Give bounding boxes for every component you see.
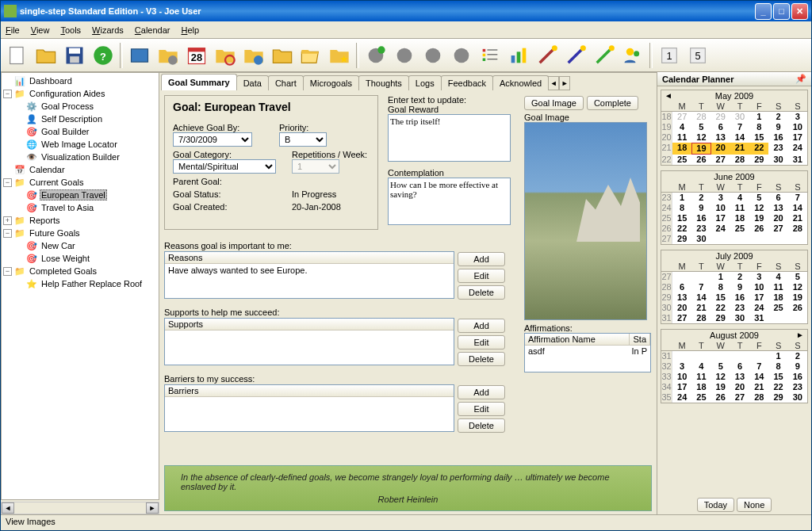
cal-day[interactable]: 13 — [672, 292, 691, 303]
cal-day[interactable]: 11 — [672, 132, 691, 143]
cal-day[interactable]: 12 — [711, 372, 730, 382]
new-button[interactable] — [4, 42, 31, 69]
menu-wizards[interactable]: Wizards — [92, 25, 124, 35]
cal-day[interactable]: 12 — [749, 203, 768, 213]
cal-next-icon[interactable]: ► — [796, 330, 804, 339]
cal-day[interactable]: 16 — [768, 132, 787, 143]
cal-day[interactable]: 27 — [672, 112, 691, 122]
cal-day[interactable]: 19 — [711, 382, 730, 392]
cal-day[interactable]: 17 — [672, 382, 691, 392]
tab-scroll-left[interactable]: ◄ — [548, 76, 559, 90]
none-button[interactable]: None — [737, 498, 772, 512]
category-select[interactable]: Mental/Spiritual — [173, 159, 276, 174]
cal-day[interactable]: 10 — [672, 372, 691, 382]
tab-thoughts[interactable]: Thoughts — [358, 75, 409, 90]
cal-day[interactable]: 4 — [691, 361, 710, 372]
reasons-item[interactable]: Have always wanted to see Europe. — [165, 264, 454, 277]
tab-feedback[interactable]: Feedback — [441, 75, 493, 90]
list-icon[interactable] — [477, 42, 504, 69]
folder-icon[interactable] — [269, 42, 296, 69]
cal-day[interactable]: 18 — [672, 143, 691, 155]
cal-day[interactable]: 30 — [768, 155, 787, 165]
cal-day[interactable]: 19 — [788, 292, 807, 303]
cal-day[interactable]: 28 — [788, 223, 807, 234]
cal-day[interactable]: 6 — [768, 193, 787, 203]
folder-globe-icon[interactable] — [240, 42, 267, 69]
cal-day[interactable]: 17 — [788, 132, 807, 143]
collapse-icon[interactable]: − — [3, 178, 12, 187]
cal-day[interactable] — [672, 351, 691, 361]
cal-day[interactable]: 2 — [730, 272, 749, 282]
calendar-icon[interactable]: 28 — [183, 42, 210, 69]
cal-day[interactable]: 11 — [691, 372, 710, 382]
cal-day[interactable]: 26 — [749, 223, 768, 234]
collapse-icon[interactable]: − — [3, 267, 12, 276]
tree-european-travel[interactable]: 🎯European Travel — [3, 189, 157, 201]
cal-day[interactable]: 29 — [711, 112, 730, 122]
cal-day[interactable]: 2 — [768, 112, 787, 122]
cal-day[interactable]: 17 — [711, 213, 730, 223]
reward-textarea[interactable]: The trip itself! — [388, 114, 511, 162]
gear-c-icon[interactable] — [448, 42, 475, 69]
cal-day[interactable]: 3 — [788, 112, 807, 122]
cal-day[interactable]: 10 — [749, 282, 768, 292]
pin-icon[interactable]: 📌 — [795, 74, 806, 84]
cal-day[interactable]: 18 — [768, 292, 787, 303]
menu-help[interactable]: Help — [181, 25, 199, 35]
cal-day[interactable]: 4 — [768, 272, 787, 282]
goal-image-button[interactable]: Goal Image — [524, 96, 584, 110]
cal-day[interactable]: 3 — [749, 272, 768, 282]
cal-day[interactable]: 9 — [691, 203, 710, 213]
tab-chart[interactable]: Chart — [268, 75, 304, 90]
tree-calendar[interactable]: 📅Calendar — [3, 163, 157, 176]
cal-day[interactable]: 30 — [691, 234, 710, 244]
tree-web-img[interactable]: 🌐Web Image Locator — [3, 138, 157, 151]
cal-prev-icon[interactable]: ◄ — [665, 91, 672, 100]
cal-page-a-icon[interactable]: 1 — [656, 42, 683, 69]
tab-data[interactable]: Data — [236, 75, 269, 90]
help-button[interactable]: ? — [90, 42, 117, 69]
cal-day[interactable]: 19 — [691, 143, 710, 155]
tree-current-goals[interactable]: −📁Current Goals — [3, 176, 157, 189]
cal-day[interactable]: 30 — [788, 392, 807, 403]
cal-day[interactable]: 26 — [711, 392, 730, 403]
reasons-delete-button[interactable]: Delete — [458, 285, 505, 300]
barriers-add-button[interactable]: Add — [458, 385, 505, 399]
cal-day[interactable]: 14 — [749, 372, 768, 382]
cal-day[interactable]: 20 — [768, 213, 787, 223]
cal-day[interactable]: 5 — [691, 122, 710, 132]
cal-day[interactable]: 1 — [672, 193, 691, 203]
tree-viz-builder[interactable]: 👁️Visualization Builder — [3, 151, 157, 163]
cal-day[interactable]: 27 — [730, 392, 749, 403]
cal-day[interactable]: 16 — [691, 213, 710, 223]
cal-day[interactable]: 18 — [730, 213, 749, 223]
cal-day[interactable]: 11 — [768, 282, 787, 292]
tree-completed-goals[interactable]: −📁Completed Goals — [3, 265, 157, 277]
scroll-right-icon[interactable]: ► — [146, 502, 159, 514]
tree-reports[interactable]: +📁Reports — [3, 214, 157, 227]
reasons-add-button[interactable]: Add — [458, 252, 505, 266]
tree-self-desc[interactable]: 👤Self Description — [3, 113, 157, 125]
maximize-button[interactable]: □ — [773, 3, 790, 20]
tree-lose-weight[interactable]: 🎯Lose Weight — [3, 252, 157, 265]
cal-day[interactable]: 8 — [672, 203, 691, 213]
cal-day[interactable]: 13 — [768, 203, 787, 213]
cal-day[interactable]: 24 — [672, 392, 691, 403]
open-button[interactable] — [33, 42, 59, 69]
cal-page-b-icon[interactable]: 5 — [684, 42, 711, 69]
cal-day[interactable]: 23 — [788, 382, 807, 392]
cal-day[interactable] — [730, 351, 749, 361]
barriers-delete-button[interactable]: Delete — [458, 418, 505, 433]
complete-button[interactable]: Complete — [587, 96, 638, 110]
cal-day[interactable]: 8 — [711, 282, 730, 292]
cal-day[interactable]: 27 — [711, 155, 730, 165]
cal-day[interactable] — [711, 234, 730, 244]
cal-day[interactable]: 8 — [768, 361, 787, 372]
cal-day[interactable]: 6 — [730, 361, 749, 372]
cal-day[interactable]: 13 — [711, 132, 730, 143]
tree-goal-builder[interactable]: 🎯Goal Builder — [3, 125, 157, 138]
cal-day[interactable]: 2 — [691, 193, 710, 203]
cal-day[interactable]: 9 — [730, 282, 749, 292]
cal-day[interactable] — [672, 272, 691, 282]
cal-day[interactable]: 21 — [691, 303, 710, 313]
